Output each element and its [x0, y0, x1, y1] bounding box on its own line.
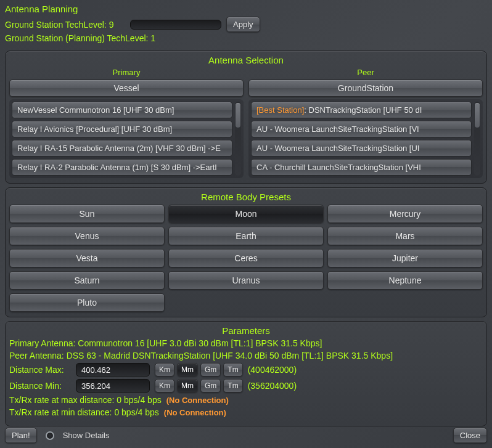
primary-antenna-label: Primary Antenna: Communotron 16 [UHF 3.0… [9, 338, 322, 348]
txrx-max-label: Tx/Rx rate at max distance: 0 bps/4 bps [9, 395, 162, 405]
list-item[interactable]: CA - Churchill LaunchSiteTrackingStation… [251, 159, 472, 176]
unit-mm-button[interactable]: Mm [177, 379, 198, 393]
unit-km-button[interactable]: Km [155, 363, 174, 377]
antenna-selection-panel: Antenna Selection Primary Vessel NewVess… [5, 51, 487, 184]
no-connection-badge: (No Connection) [166, 396, 229, 405]
distance-min-label: Distance Min: [9, 381, 71, 391]
unit-gm-button[interactable]: Gm [200, 379, 221, 393]
distance-min-raw: (356204000) [248, 381, 297, 391]
primary-list: NewVessel Communotron 16 [UHF 30 dBm] Re… [9, 99, 244, 178]
peer-list: [Best Station]: DSNTrackingStation [UHF … [248, 99, 483, 178]
preset-neptune[interactable]: Neptune [327, 271, 483, 290]
preset-venus[interactable]: Venus [9, 227, 165, 245]
close-button[interactable]: Close [453, 428, 487, 443]
apply-button[interactable]: Apply [226, 17, 260, 32]
show-details-label: Show Details [63, 431, 110, 440]
peer-scrollbar[interactable] [474, 102, 480, 176]
primary-scrollbar[interactable] [235, 102, 241, 176]
window-title: Antenna Planning [5, 4, 487, 14]
list-item[interactable]: NewVessel Communotron 16 [UHF 30 dBm] [12, 102, 232, 118]
tech-level-input[interactable] [130, 20, 221, 30]
preset-pluto[interactable]: Pluto [9, 293, 165, 312]
primary-column-label: Primary [9, 68, 244, 77]
parameters-title: Parameters [9, 325, 483, 336]
preset-earth[interactable]: Earth [168, 227, 324, 245]
preset-moon[interactable]: Moon [168, 205, 324, 223]
preset-saturn[interactable]: Saturn [9, 271, 165, 290]
preset-mars[interactable]: Mars [327, 227, 483, 245]
primary-header-button[interactable]: Vessel [9, 79, 244, 97]
unit-mm-button[interactable]: Mm [177, 363, 198, 377]
preset-jupiter[interactable]: Jupiter [327, 249, 483, 267]
preset-uranus[interactable]: Uranus [168, 271, 324, 290]
presets-title: Remote Body Presets [9, 192, 483, 202]
antenna-selection-title: Antenna Selection [9, 55, 483, 65]
preset-ceres[interactable]: Ceres [168, 249, 324, 267]
distance-max-label: Distance Max: [9, 365, 71, 375]
list-item[interactable]: Relay I RA-2 Parabolic Antenna (1m) [S 3… [12, 159, 232, 176]
distance-max-input[interactable] [76, 363, 150, 377]
distance-max-raw: (400462000) [248, 365, 297, 375]
list-item[interactable]: Relay I Avionics [Procedural] [UHF 30 dB… [12, 121, 232, 137]
preset-vesta[interactable]: Vesta [9, 249, 165, 267]
planning-tl-label: Ground Station (Planning) TechLevel: 1 [5, 33, 155, 43]
ground-station-tl-label: Ground Station TechLevel: 9 [5, 20, 125, 30]
list-item[interactable]: Relay I RA-15 Parabolic Antenna (2m) [VH… [12, 140, 232, 157]
unit-tm-button[interactable]: Tm [223, 379, 242, 393]
list-item[interactable]: AU - Woomera LaunchSiteTrackingStation [… [251, 140, 472, 157]
unit-gm-button[interactable]: Gm [200, 363, 221, 377]
distance-min-input[interactable] [76, 379, 150, 393]
preset-mercury[interactable]: Mercury [327, 205, 483, 223]
unit-tm-button[interactable]: Tm [223, 363, 242, 377]
peer-column-label: Peer [248, 68, 483, 77]
plan-button[interactable]: Plan! [5, 428, 37, 443]
remote-body-presets-panel: Remote Body Presets SunMoonMercuryVenusE… [5, 187, 487, 317]
list-item[interactable]: AU - Woomera LaunchSiteTrackingStation [… [251, 121, 472, 137]
peer-header-button[interactable]: GroundStation [248, 79, 483, 97]
list-item[interactable]: [Best Station]: DSNTrackingStation [UHF … [251, 102, 472, 118]
parameters-panel: Parameters Primary Antenna: Communotron … [5, 321, 487, 426]
txrx-min-label: Tx/Rx rate at min distance: 0 bps/4 bps [9, 407, 159, 417]
peer-antenna-label: Peer Antenna: DSS 63 - Madrid DSNTrackin… [9, 351, 393, 360]
preset-sun[interactable]: Sun [9, 205, 165, 223]
unit-km-button[interactable]: Km [155, 379, 174, 393]
no-connection-badge: (No Connection) [164, 408, 226, 417]
show-details-radio[interactable] [46, 431, 54, 440]
